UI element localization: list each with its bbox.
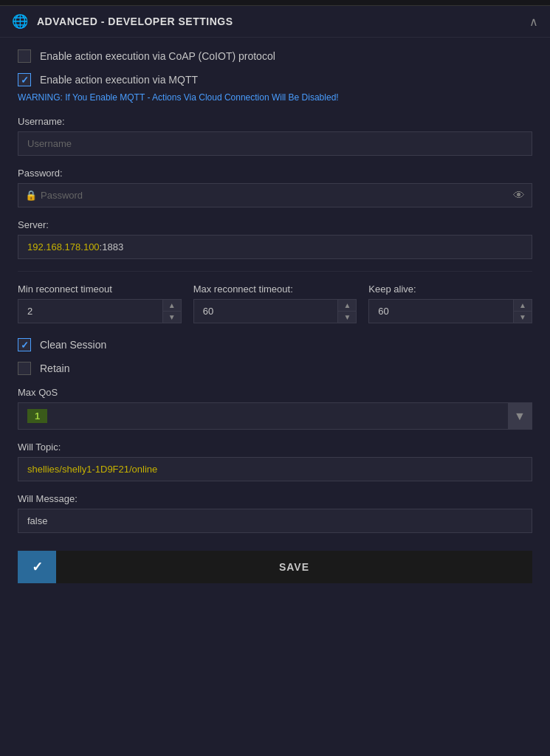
server-group: Server: 192.168.178.100:1883	[18, 219, 532, 259]
mqtt-checkmark: ✓	[21, 75, 29, 86]
min-reconnect-input: 2 ▲ ▼	[18, 299, 182, 323]
keepalive-input: 60 ▲ ▼	[368, 299, 532, 323]
clean-session-checkbox[interactable]: ✓	[18, 338, 31, 351]
title-advanced: ADVANCED	[37, 16, 97, 27]
qos-value-badge: 1	[27, 409, 47, 423]
max-reconnect-label: Max reconnect timeout:	[193, 284, 357, 295]
password-wrapper: 🔒 👁	[18, 183, 532, 207]
will-topic-group: Will Topic: shellies/shelly1-1D9F21/onli…	[18, 441, 532, 481]
lock-icon: 🔒	[25, 190, 37, 201]
coap-label: Enable action execution via CoAP (CoIOT)…	[40, 50, 275, 62]
title-developer: DEVELOPER SETTINGS	[108, 16, 233, 27]
max-reconnect-value: 60	[194, 300, 338, 323]
mqtt-warning: WARNING: If You Enable MQTT - Actions Vi…	[18, 92, 532, 103]
keepalive-group: Keep alive: 60 ▲ ▼	[368, 284, 532, 323]
max-reconnect-spinner: ▲ ▼	[337, 300, 356, 323]
will-topic-label: Will Topic:	[18, 441, 532, 453]
retain-row: Retain	[18, 362, 532, 375]
will-message-value: false	[27, 515, 47, 526]
keepalive-down[interactable]: ▼	[514, 312, 532, 323]
chevron-down-icon: ▼	[514, 410, 526, 423]
top-bar	[0, 0, 550, 6]
username-label: Username:	[18, 116, 532, 127]
mqtt-checkbox[interactable]: ✓	[18, 73, 31, 86]
keepalive-value: 60	[369, 300, 513, 323]
server-port: :1883	[100, 241, 124, 252]
min-reconnect-down[interactable]: ▼	[163, 312, 181, 323]
retain-label: Retain	[40, 362, 69, 374]
save-bar: ✓ SAVE	[18, 551, 532, 583]
min-reconnect-up[interactable]: ▲	[163, 300, 181, 312]
qos-group: Max QoS 1 ▼	[18, 387, 532, 430]
section-title: ADVANCED - DEVELOPER SETTINGS	[37, 16, 233, 27]
save-button[interactable]: SAVE	[56, 551, 532, 583]
retain-checkbox[interactable]	[18, 362, 31, 375]
keepalive-spinner: ▲ ▼	[513, 300, 532, 323]
will-topic-input[interactable]: shellies/shelly1-1D9F21/online	[18, 457, 532, 481]
max-reconnect-group: Max reconnect timeout: 60 ▲ ▼	[193, 284, 357, 323]
qos-select-display[interactable]: 1 ▼	[18, 402, 532, 430]
server-input-display[interactable]: 192.168.178.100:1883	[18, 235, 532, 259]
will-message-group: Will Message: false	[18, 493, 532, 533]
min-reconnect-value: 2	[18, 300, 162, 323]
divider-1	[18, 271, 532, 272]
title-separator: -	[97, 16, 108, 27]
mqtt-row: ✓ Enable action execution via MQTT	[18, 73, 532, 86]
eye-icon[interactable]: 👁	[513, 189, 525, 202]
page-container: 🌐 ADVANCED - DEVELOPER SETTINGS ∧ Enable…	[0, 0, 550, 756]
clean-session-row: ✓ Clean Session	[18, 338, 532, 351]
qos-dropdown-arrow: ▼	[508, 403, 532, 429]
password-input[interactable]	[18, 183, 532, 207]
clean-session-section: ✓ Clean Session Retain	[18, 338, 532, 375]
max-reconnect-up[interactable]: ▲	[338, 300, 356, 312]
username-group: Username:	[18, 116, 532, 156]
password-group: Password: 🔒 👁	[18, 168, 532, 207]
clean-session-checkmark: ✓	[21, 340, 29, 351]
username-input[interactable]	[18, 131, 532, 156]
min-reconnect-group: Min reconnect timeout 2 ▲ ▼	[18, 284, 182, 323]
server-ip: 192.168.178.100	[27, 241, 100, 252]
coap-row: Enable action execution via CoAP (CoIOT)…	[18, 49, 532, 63]
min-reconnect-spinner: ▲ ▼	[162, 300, 181, 323]
keepalive-label: Keep alive:	[368, 284, 532, 295]
max-reconnect-input: 60 ▲ ▼	[193, 299, 357, 323]
max-reconnect-down[interactable]: ▼	[338, 312, 356, 323]
will-message-label: Will Message:	[18, 493, 532, 504]
will-topic-value: shellies/shelly1-1D9F21/online	[27, 464, 157, 475]
content-area: Enable action execution via CoAP (CoIOT)…	[0, 38, 550, 595]
qos-label: Max QoS	[18, 387, 532, 398]
section-header: 🌐 ADVANCED - DEVELOPER SETTINGS ∧	[0, 6, 550, 38]
save-check-button[interactable]: ✓	[18, 551, 56, 583]
password-label: Password:	[18, 168, 532, 179]
save-check-icon: ✓	[32, 559, 43, 575]
clean-session-label: Clean Session	[40, 339, 106, 351]
header-left: 🌐 ADVANCED - DEVELOPER SETTINGS	[12, 13, 233, 30]
timeout-row: Min reconnect timeout 2 ▲ ▼ Max reconnec…	[18, 284, 532, 323]
collapse-icon[interactable]: ∧	[529, 15, 538, 29]
mqtt-label: Enable action execution via MQTT	[40, 74, 198, 86]
globe-icon: 🌐	[12, 13, 28, 30]
server-label: Server:	[18, 219, 532, 230]
min-reconnect-label: Min reconnect timeout	[18, 284, 182, 295]
keepalive-up[interactable]: ▲	[514, 300, 532, 312]
coap-checkbox[interactable]	[18, 49, 31, 63]
will-message-input[interactable]: false	[18, 509, 532, 533]
